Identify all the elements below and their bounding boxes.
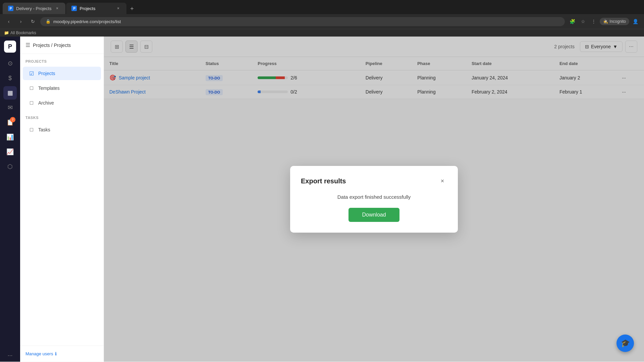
activities-badge: 7	[10, 117, 15, 122]
projects-icon: ☑	[28, 70, 35, 77]
nav-icon-projects[interactable]: ▦	[3, 86, 17, 100]
bookmarks-bar: 📁 All Bookmarks	[0, 29, 644, 37]
archive-label: Archive	[38, 100, 54, 106]
tab-favicon: P	[8, 6, 13, 11]
tab-close[interactable]: ×	[54, 5, 60, 11]
back-button[interactable]: ‹	[4, 17, 13, 26]
nav-icon-activities[interactable]: 📋 7	[3, 116, 17, 129]
sidebar: ☰ Projects / Projects PROJECTS ☑ Project…	[20, 37, 104, 362]
tab-title: Delivery - Projects	[16, 6, 51, 11]
help-float-button[interactable]: 🎓	[616, 335, 634, 352]
tab-delivery[interactable]: P Delivery - Projects ×	[3, 3, 65, 14]
address-bar[interactable]: 🔒 moodjoy.pipedrive.com/projects/list	[40, 17, 565, 26]
forward-button[interactable]: ›	[16, 17, 25, 26]
templates-label: Templates	[38, 85, 60, 91]
sidebar-item-projects[interactable]: ☑ Projects	[23, 67, 101, 80]
incognito-label: Incognito	[609, 19, 626, 24]
breadcrumb-part2: Projects	[54, 43, 71, 48]
sidebar-menu-button[interactable]: ☰	[25, 42, 30, 48]
breadcrumb-part1: Projects	[33, 43, 50, 48]
modal-header: Export results ×	[301, 177, 447, 186]
sidebar-item-archive[interactable]: □ Archive	[23, 96, 101, 110]
tasks-icon: □	[28, 126, 35, 133]
url-text: moodjoy.pipedrive.com/projects/list	[53, 19, 121, 24]
bookmarks-label: All Bookmarks	[10, 31, 36, 35]
breadcrumb-separator: /	[51, 43, 53, 48]
tab-projects[interactable]: P Projects ×	[66, 3, 126, 14]
nav-more-button[interactable]: ...	[7, 351, 12, 358]
archive-icon: □	[28, 100, 35, 106]
sidebar-item-tasks[interactable]: □ Tasks	[23, 123, 101, 136]
app-container: P ⊙ $ ▦ ✉ 📋 7 📊 📈 ⬡ ... ☰ Projects / Pro…	[0, 37, 644, 362]
sidebar-item-templates[interactable]: □ Templates	[23, 81, 101, 95]
app-logo[interactable]: P	[4, 41, 16, 53]
profile-icon[interactable]: 👤	[631, 17, 640, 26]
nav-icon-reports[interactable]: 📊	[3, 130, 17, 144]
modal-message: Data export finished successfully	[301, 194, 447, 200]
graduation-cap-icon: 🎓	[621, 339, 630, 348]
tab-favicon-active: P	[71, 6, 77, 11]
export-results-modal: Export results × Data export finished su…	[290, 166, 458, 233]
modal-title: Export results	[301, 177, 346, 185]
incognito-badge: 🕵 Incognito	[600, 18, 629, 25]
nav-icon-mail[interactable]: ✉	[3, 101, 17, 114]
bookmarks-folder-icon: 📁	[4, 31, 9, 35]
browser-tabs: P Delivery - Projects × P Projects × +	[0, 0, 644, 14]
sidebar-header: ☰ Projects / Projects	[20, 37, 104, 54]
templates-icon: □	[28, 85, 35, 92]
browser-toolbar: ‹ › ↻ 🔒 moodjoy.pipedrive.com/projects/l…	[0, 14, 644, 29]
info-icon: ℹ	[55, 351, 57, 356]
lock-icon: 🔒	[46, 19, 51, 24]
modal-overlay[interactable]: Export results × Data export finished su…	[104, 37, 644, 362]
nav-icon-deals[interactable]: $	[3, 71, 17, 85]
modal-close-button[interactable]: ×	[438, 177, 447, 186]
breadcrumb: Projects / Projects	[33, 43, 71, 48]
download-button[interactable]: Download	[348, 208, 399, 222]
left-nav: P ⊙ $ ▦ ✉ 📋 7 📊 📈 ⬡ ...	[0, 37, 20, 362]
browser-chrome: P Delivery - Projects × P Projects × + ‹…	[0, 0, 644, 37]
browser-toolbar-actions: 🧩 ☆ ⋮ 🕵 Incognito 👤	[568, 17, 640, 26]
main-content: ⊞ ☰ ⊟ 2 projects ⊟ Everyone ▼ ··· Title …	[104, 37, 644, 362]
incognito-icon: 🕵	[603, 19, 608, 24]
new-tab-button[interactable]: +	[127, 4, 137, 13]
manage-users-link[interactable]: Manage users ℹ	[25, 351, 98, 356]
bookmark-icon[interactable]: ☆	[578, 17, 588, 26]
settings-icon[interactable]: ⋮	[589, 17, 598, 26]
modal-body: Data export finished successfully Downlo…	[301, 194, 447, 222]
nav-icon-home[interactable]: ⊙	[3, 57, 17, 70]
tasks-section-label: TASKS	[20, 110, 104, 122]
projects-label: Projects	[38, 71, 55, 76]
tasks-label: Tasks	[38, 127, 50, 132]
nav-icon-trends[interactable]: 📈	[3, 145, 17, 159]
reload-button[interactable]: ↻	[28, 17, 38, 26]
projects-section-label: PROJECTS	[20, 54, 104, 66]
sidebar-footer: Manage users ℹ	[20, 346, 104, 362]
tab-title-active: Projects	[79, 6, 95, 11]
manage-users-label: Manage users	[25, 351, 53, 356]
extensions-icon[interactable]: 🧩	[568, 17, 577, 26]
tab-close-active[interactable]: ×	[115, 5, 121, 11]
nav-icon-integrations[interactable]: ⬡	[3, 160, 17, 173]
